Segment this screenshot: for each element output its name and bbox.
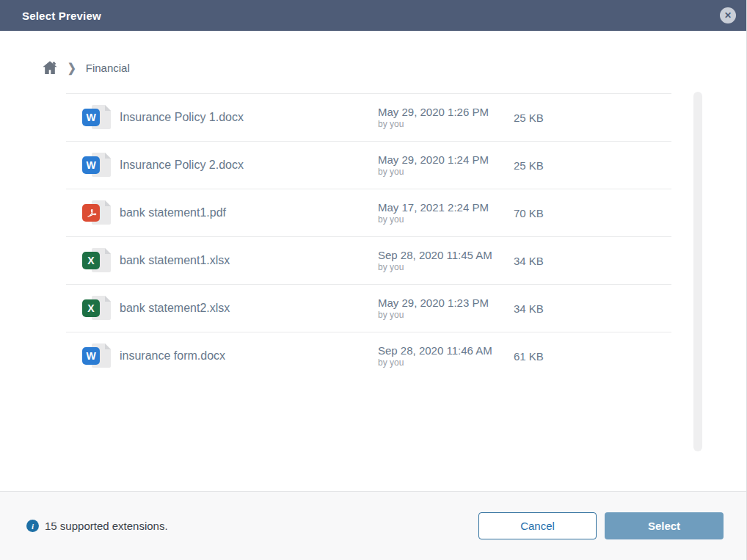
file-type-badge: W [82, 156, 100, 174]
file-date: May 29, 2020 1:23 PM [378, 297, 514, 309]
file-name: bank statement1.xlsx [120, 254, 378, 267]
breadcrumb: ❯ Financial [42, 60, 130, 75]
file-type-badge: W [82, 347, 100, 365]
select-button[interactable]: Select [605, 512, 724, 539]
chevron-right-icon: ❯ [68, 61, 76, 74]
dialog-footer: i 15 supported extensions. Cancel Select [0, 491, 746, 560]
file-meta: Sep 28, 2020 11:46 AM by you [378, 344, 514, 368]
info-icon: i [26, 520, 39, 532]
file-size: 61 KB [514, 350, 671, 363]
file-row[interactable]: W Insurance Policy 1.docx May 29, 2020 1… [66, 93, 671, 141]
file-size: 34 KB [514, 255, 671, 267]
file-list: W Insurance Policy 1.docx May 29, 2020 1… [66, 93, 671, 379]
file-byline: by you [378, 262, 514, 272]
footer-actions: Cancel Select [478, 512, 724, 539]
file-date: Sep 28, 2020 11:46 AM [378, 344, 514, 357]
word-file-icon: W [82, 153, 113, 178]
file-date: Sep 28, 2020 11:45 AM [378, 249, 514, 261]
file-name: Insurance Policy 2.docx [120, 159, 378, 172]
file-byline: by you [378, 310, 514, 320]
home-icon[interactable] [42, 60, 58, 75]
file-size: 25 KB [514, 112, 671, 124]
file-meta: May 29, 2020 1:23 PM by you [378, 297, 514, 320]
file-meta: May 29, 2020 1:26 PM by you [378, 106, 514, 129]
excel-file-icon: X [82, 248, 113, 273]
info-text: 15 supported extensions. [45, 520, 168, 532]
file-row[interactable]: bank statement1.pdf May 17, 2021 2:24 PM… [66, 189, 671, 236]
word-file-icon: W [82, 343, 113, 368]
file-name: bank statement2.xlsx [120, 302, 378, 315]
file-row[interactable]: X bank statement2.xlsx May 29, 2020 1:23… [66, 284, 671, 332]
file-date: May 17, 2021 2:24 PM [378, 201, 514, 214]
file-row[interactable]: W insurance form.docx Sep 28, 2020 11:46… [66, 332, 671, 379]
file-meta: Sep 28, 2020 11:45 AM by you [378, 249, 514, 272]
scrollbar-thumb[interactable] [693, 92, 702, 451]
pdf-file-icon [82, 200, 113, 225]
file-byline: by you [378, 119, 514, 129]
cancel-button[interactable]: Cancel [478, 512, 597, 539]
file-type-badge: X [82, 299, 100, 317]
file-byline: by you [378, 214, 514, 225]
word-file-icon: W [82, 105, 113, 130]
dialog-title: Select Preview [22, 10, 101, 22]
file-row[interactable]: X bank statement1.xlsx Sep 28, 2020 11:4… [66, 236, 671, 284]
breadcrumb-folder: Financial [86, 62, 130, 74]
file-size: 70 KB [514, 207, 671, 219]
file-row[interactable]: W Insurance Policy 2.docx May 29, 2020 1… [66, 141, 671, 189]
supported-extensions-note: i 15 supported extensions. [26, 520, 168, 532]
file-date: May 29, 2020 1:26 PM [378, 106, 514, 118]
file-type-badge: W [82, 109, 100, 126]
excel-file-icon: X [82, 296, 113, 321]
file-byline: by you [378, 167, 514, 177]
file-size: 25 KB [514, 159, 671, 172]
dialog-header: Select Preview ✕ [0, 0, 746, 31]
file-meta: May 29, 2020 1:24 PM by you [378, 153, 514, 177]
file-type-badge [82, 204, 100, 222]
close-icon: ✕ [720, 7, 736, 23]
file-type-badge: X [82, 252, 100, 269]
close-button[interactable]: ✕ [720, 7, 736, 23]
file-meta: May 17, 2021 2:24 PM by you [378, 201, 514, 225]
file-size: 34 KB [514, 302, 671, 315]
file-byline: by you [378, 357, 514, 368]
file-name: Insurance Policy 1.docx [120, 111, 378, 124]
file-name: bank statement1.pdf [120, 206, 378, 219]
select-preview-dialog: Select Preview ✕ ❯ Financial W Insurance… [0, 0, 747, 560]
file-name: insurance form.docx [120, 349, 378, 363]
file-date: May 29, 2020 1:24 PM [378, 153, 514, 166]
